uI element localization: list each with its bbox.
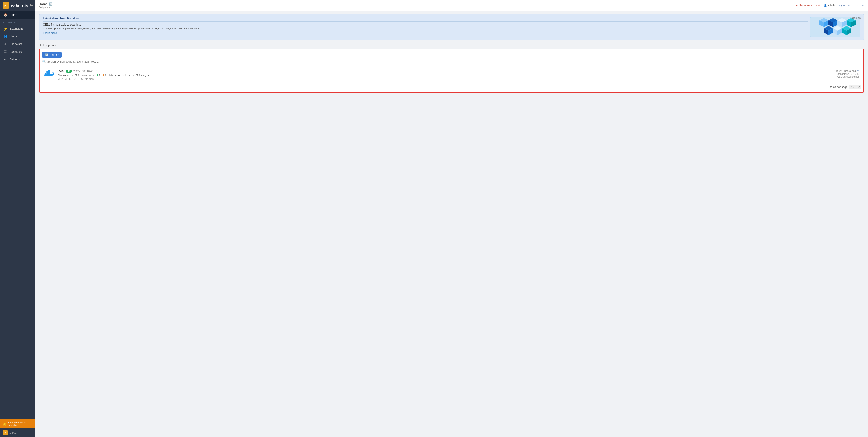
- news-banner-content: Latest News From Portainer CE2.14 is ava…: [43, 17, 808, 35]
- settings-section-label: SETTINGS: [0, 19, 35, 25]
- sidebar-item-label-settings: Settings: [9, 58, 20, 61]
- endpoints-section: ⬇ Endpoints 🔄 Refresh 🔍: [39, 43, 864, 93]
- registries-icon: ☰: [3, 50, 7, 54]
- svg-rect-25: [46, 73, 48, 74]
- endpoint-type: Standalone 20.10.17: [823, 72, 860, 75]
- news-dismiss-button[interactable]: ✕ dismiss: [849, 17, 861, 20]
- refresh-icon: 🔄: [45, 53, 49, 57]
- version-number: 1.24.2: [9, 431, 17, 434]
- endpoint-group: Group: Unassigned: [834, 70, 856, 72]
- sidebar-logo: P portainer.io ⇆: [0, 0, 35, 11]
- news-banner-title: Latest News From Portainer: [43, 17, 808, 22]
- volumes-stat: ⬙ 1 volume: [118, 74, 131, 76]
- svg-text:P: P: [4, 4, 6, 7]
- support-label: Portainer support: [799, 4, 820, 7]
- search-icon: 🔍: [42, 60, 46, 63]
- svg-rect-29: [48, 70, 50, 71]
- containers-icon: ⊡: [75, 74, 77, 76]
- section-icon: ⬇: [39, 43, 41, 47]
- endpoint-name[interactable]: local: [58, 69, 64, 73]
- running-green-stat: 1: [96, 74, 100, 76]
- running-orange-stat: 2: [103, 74, 106, 76]
- log-out-link[interactable]: log out: [857, 4, 864, 7]
- endpoint-name-row: local up 2022-07-09 16:46:57: [58, 69, 820, 73]
- memory-icon: ⊞: [65, 77, 67, 80]
- portainer-logo-text: portainer.io: [11, 4, 28, 7]
- sidebar-nav-extensions[interactable]: ⚡ Extensions: [0, 25, 35, 33]
- containers-stat: ⊡ 3 containers: [75, 74, 91, 76]
- endpoint-item: local up 2022-07-09 16:46:57 ⊞ 0 stacks …: [42, 68, 861, 82]
- sidebar-bottom: 🔔 A new version is available P 1.24.2: [0, 419, 35, 437]
- tags-stat: No tags: [85, 77, 94, 80]
- page-title: Home 🔄: [39, 2, 53, 6]
- section-title: ⬇ Endpoints: [39, 43, 864, 47]
- stopped-stat: 0: [109, 74, 113, 76]
- sidebar-version-logo: P: [3, 430, 8, 435]
- portainer-logo-icon: P: [3, 2, 9, 8]
- news-banner-image: [810, 17, 860, 37]
- sidebar-nav-home[interactable]: 🏠 Home: [0, 11, 35, 19]
- support-error-icon: ⊗: [796, 4, 798, 7]
- sidebar-item-label-extensions: Extensions: [9, 27, 23, 30]
- items-per-page-select[interactable]: 10 25 50 100: [849, 85, 861, 90]
- refresh-label: Refresh: [50, 53, 59, 57]
- sidebar-nav-endpoints[interactable]: ⬇ Endpoints: [0, 40, 35, 48]
- endpoint-edit-icon[interactable]: ✏: [857, 69, 860, 72]
- stopped-circle: [109, 74, 111, 76]
- items-per-page-label: Items per page: [829, 85, 847, 89]
- page-subtitle: Endpoints: [39, 6, 53, 8]
- sidebar-toggle-icon[interactable]: ⇆: [30, 3, 33, 7]
- svg-rect-28: [48, 71, 50, 72]
- stacks-stat: ⊞ 0 stacks: [58, 74, 69, 76]
- running-green-circle: [96, 74, 98, 76]
- endpoint-socket: /var/run/docker.sock: [823, 75, 860, 78]
- stacks-icon: ⊞: [58, 74, 60, 76]
- refresh-button[interactable]: 🔄 Refresh: [42, 52, 62, 58]
- endpoints-icon: ⬇: [3, 42, 7, 46]
- section-title-text: Endpoints: [43, 43, 56, 47]
- portainer-support-link[interactable]: ⊗ Portainer support: [796, 4, 820, 7]
- sidebar-version: P 1.24.2: [0, 429, 35, 437]
- topbar-left: Home 🔄 Endpoints: [39, 2, 53, 8]
- refresh-title-icon: 🔄: [49, 2, 53, 6]
- content-area: Latest News From Portainer CE2.14 is ava…: [35, 11, 868, 437]
- svg-rect-26: [48, 73, 50, 74]
- cpu-icon: ⊡: [58, 77, 60, 80]
- news-learn-more-link[interactable]: Learn more: [43, 31, 57, 35]
- news-banner-description: Includes updates to password rules, rede…: [43, 27, 808, 30]
- status-badge: up: [66, 70, 72, 72]
- pagination-row: Items per page 10 25 50 100: [42, 82, 861, 90]
- search-input[interactable]: [47, 60, 861, 63]
- endpoint-stats: ⊞ 0 stacks - ⊡ 3 containers - 1: [58, 74, 820, 76]
- sidebar-item-label-home: Home: [9, 13, 17, 17]
- running-orange-circle: [103, 74, 104, 76]
- sidebar-nav-settings[interactable]: ⚙ Settings: [0, 56, 35, 63]
- sidebar-item-label-users: Users: [9, 35, 17, 38]
- new-version-text: A new version is available: [8, 421, 32, 427]
- sidebar-nav-users[interactable]: 👥 Users: [0, 33, 35, 40]
- settings-icon: ⚙: [3, 58, 7, 61]
- endpoint-timestamp: 2022-07-09 16:46:57: [73, 70, 96, 72]
- endpoints-panel: 🔄 Refresh 🔍: [39, 49, 864, 93]
- sidebar-item-label-endpoints: Endpoints: [9, 42, 22, 45]
- home-icon: 🏠: [3, 13, 7, 17]
- topbar: Home 🔄 Endpoints ⊗ Portainer support 👤 a…: [35, 0, 868, 11]
- tag-icon: 🏷: [81, 77, 83, 80]
- my-account-link[interactable]: my account: [839, 4, 852, 7]
- topbar-links: my account | log out: [839, 4, 864, 7]
- users-icon: 👥: [3, 35, 7, 38]
- images-icon: ⊞: [136, 74, 138, 76]
- extensions-icon: ⚡: [3, 27, 7, 31]
- alert-icon: 🔔: [3, 422, 6, 426]
- news-banner-headline: CE2.14 is available to download.: [43, 23, 808, 26]
- topbar-right: ⊗ Portainer support 👤 admin my account |…: [796, 4, 864, 7]
- sidebar-item-label-registries: Registries: [9, 50, 22, 53]
- admin-user: 👤 admin: [824, 4, 835, 7]
- sidebar: P portainer.io ⇆ 🏠 Home SETTINGS ⚡ Exten…: [0, 0, 35, 437]
- endpoint-right: Group: Unassigned ✏ Standalone 20.10.17 …: [823, 69, 860, 78]
- sidebar-nav-registries[interactable]: ☰ Registries: [0, 48, 35, 56]
- cpu-stat: 2: [61, 77, 63, 80]
- news-banner: Latest News From Portainer CE2.14 is ava…: [39, 14, 864, 40]
- new-version-banner[interactable]: 🔔 A new version is available: [0, 419, 35, 429]
- admin-icon: 👤: [824, 4, 827, 7]
